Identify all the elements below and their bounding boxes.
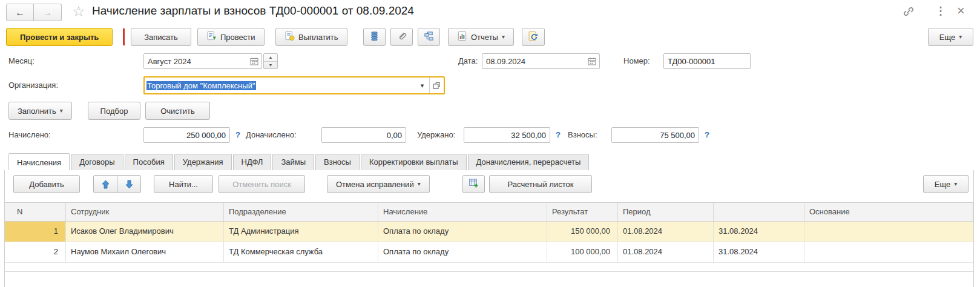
cell-accrual[interactable]: Оплата по окладу xyxy=(378,242,547,262)
pay-button[interactable]: Выплатить xyxy=(275,28,347,46)
pick-button[interactable]: Подбор xyxy=(88,102,140,120)
register-records-button[interactable] xyxy=(363,28,386,46)
pay-button-label: Выплатить xyxy=(298,33,338,42)
cell-n[interactable]: 2 xyxy=(5,242,66,262)
move-row-group xyxy=(93,175,141,193)
column-header-result[interactable]: Результат xyxy=(547,203,618,221)
cell-result[interactable]: 150 000,00 xyxy=(547,222,618,242)
more-button-toolbar[interactable]: Еще ▾ xyxy=(928,28,973,46)
column-header-period[interactable]: Период xyxy=(618,203,714,221)
column-header-period-end[interactable] xyxy=(714,203,804,221)
cell-employee[interactable]: Наумов Михаил Олегович xyxy=(66,242,224,262)
withheld-label: Удержано: xyxy=(417,130,455,139)
organization-field[interactable]: Торговый дом "Комплексный" ▾ xyxy=(143,76,445,94)
accrued-field[interactable] xyxy=(143,127,230,143)
post-button[interactable]: Провести xyxy=(197,28,265,46)
table-settings-button[interactable] xyxy=(462,175,485,193)
table-row[interactable]: 2 Наумов Михаил Олегович ТД Коммерческая… xyxy=(5,242,973,263)
cell-result[interactable]: 100 000,00 xyxy=(547,242,618,262)
column-header-n[interactable]: N xyxy=(5,203,66,221)
spinner-up-icon[interactable]: ▲ xyxy=(264,54,277,62)
post-document-icon xyxy=(206,31,217,43)
tab-strip: Начисления Договоры Пособия Удержания НД… xyxy=(4,153,974,171)
date-label: Дата: xyxy=(458,56,478,65)
find-button[interactable]: Найти... xyxy=(154,175,213,193)
table-row[interactable]: 1 Исаков Олег Владимирович ТД Администра… xyxy=(5,222,973,242)
link-icon[interactable] xyxy=(902,5,915,19)
cancel-corrections-button[interactable]: Отмена исправлений ▾ xyxy=(327,175,430,193)
contributions-label: Взносы: xyxy=(568,130,597,139)
cell-department[interactable]: ТД Коммерческая служба xyxy=(224,242,378,262)
tab-loans[interactable]: Займы xyxy=(272,154,314,170)
spinner-down-icon[interactable]: ▼ xyxy=(264,62,277,69)
cell-period-from[interactable]: 01.08.2024 xyxy=(618,242,714,262)
number-label: Номер: xyxy=(623,56,650,65)
help-link[interactable]: ? xyxy=(556,130,561,139)
cell-basis[interactable] xyxy=(804,222,973,242)
cell-basis[interactable] xyxy=(804,242,973,262)
save-button[interactable]: Записать xyxy=(131,28,191,46)
tab-recalculations[interactable]: Доначисления, перерасчеты xyxy=(468,154,590,170)
withheld-field[interactable] xyxy=(464,127,550,143)
forward-button[interactable]: → xyxy=(34,4,62,21)
number-field[interactable] xyxy=(663,53,751,69)
calendar-icon[interactable] xyxy=(247,54,261,68)
date-field[interactable]: 08.09.2024 xyxy=(482,53,600,69)
additional-accrued-field[interactable] xyxy=(321,127,406,143)
back-button[interactable]: ← xyxy=(6,4,34,21)
cell-employee[interactable]: Исаков Олег Владимирович xyxy=(66,222,224,242)
tab-accruals[interactable]: Начисления xyxy=(8,153,70,171)
column-header-department[interactable]: Подразделение xyxy=(224,203,378,221)
tab-deductions[interactable]: Удержания xyxy=(174,154,232,170)
cell-period-from[interactable]: 01.08.2024 xyxy=(618,222,714,242)
reports-button[interactable]: Отчеты ▾ xyxy=(448,28,514,46)
menu-kebab-icon[interactable]: ⋮ xyxy=(935,5,946,16)
move-up-button[interactable] xyxy=(94,176,117,193)
tab-payment-adjustments[interactable]: Корректировки выплаты xyxy=(361,154,467,170)
chevron-down-icon: ▾ xyxy=(60,108,63,114)
cancel-search-button[interactable]: Отменить поиск xyxy=(219,175,305,193)
related-documents-button[interactable] xyxy=(418,28,440,46)
help-link[interactable]: ? xyxy=(235,130,240,139)
month-spinner[interactable]: ▲ ▼ xyxy=(263,53,278,69)
contributions-field[interactable] xyxy=(611,127,699,143)
chevron-down-icon: ▾ xyxy=(418,181,421,187)
column-header-basis[interactable]: Основание xyxy=(804,203,973,221)
favorite-star-icon[interactable]: ☆ xyxy=(72,4,85,19)
tab-benefits[interactable]: Пособия xyxy=(125,154,173,170)
forward-icon: → xyxy=(43,7,53,18)
cell-department[interactable]: ТД Администрация xyxy=(224,222,378,242)
cell-period-to[interactable]: 31.08.2024 xyxy=(714,242,804,262)
move-down-button[interactable] xyxy=(117,176,140,193)
table-header-row: N Сотрудник Подразделение Начисление Рез… xyxy=(5,202,973,222)
page-title: Начисление зарплаты и взносов ТД00-00000… xyxy=(92,4,414,18)
pay-document-icon xyxy=(284,31,295,43)
accrued-label: Начислено: xyxy=(8,130,51,139)
post-and-close-button[interactable]: Провести и закрыть xyxy=(6,28,113,46)
cell-n[interactable]: 1 xyxy=(5,222,66,242)
payslip-button[interactable]: Расчетный листок xyxy=(489,175,592,193)
fill-button[interactable]: Заполнить ▾ xyxy=(8,102,72,120)
tab-ndfl[interactable]: НДФЛ xyxy=(233,154,272,170)
more-button-table[interactable]: Еще ▾ xyxy=(923,175,968,193)
cell-accrual[interactable]: Оплата по окладу xyxy=(378,222,547,242)
open-item-icon[interactable] xyxy=(429,78,444,93)
calendar-icon[interactable] xyxy=(585,54,599,68)
close-icon[interactable]: × xyxy=(957,4,965,18)
post-button-label: Провести xyxy=(220,33,255,42)
month-value: Август 2024 xyxy=(144,57,247,66)
cell-period-to[interactable]: 31.08.2024 xyxy=(714,222,804,242)
tab-contracts[interactable]: Договоры xyxy=(71,154,123,170)
column-header-accrual[interactable]: Начисление xyxy=(378,203,547,221)
month-field[interactable]: Август 2024 xyxy=(143,53,262,69)
tab-contributions[interactable]: Взносы xyxy=(315,154,360,170)
cancel-corrections-label: Отмена исправлений xyxy=(336,180,414,189)
column-header-employee[interactable]: Сотрудник xyxy=(66,203,224,221)
help-link[interactable]: ? xyxy=(705,130,709,139)
attachments-button[interactable] xyxy=(390,28,413,46)
dropdown-caret-icon[interactable]: ▾ xyxy=(415,78,429,93)
add-row-button[interactable]: Добавить xyxy=(13,175,80,193)
accruals-panel: Добавить Найти... Отменить поиск Отмена … xyxy=(4,170,974,287)
create-based-on-button[interactable] xyxy=(522,28,545,46)
clear-button[interactable]: Очистить xyxy=(145,102,210,120)
